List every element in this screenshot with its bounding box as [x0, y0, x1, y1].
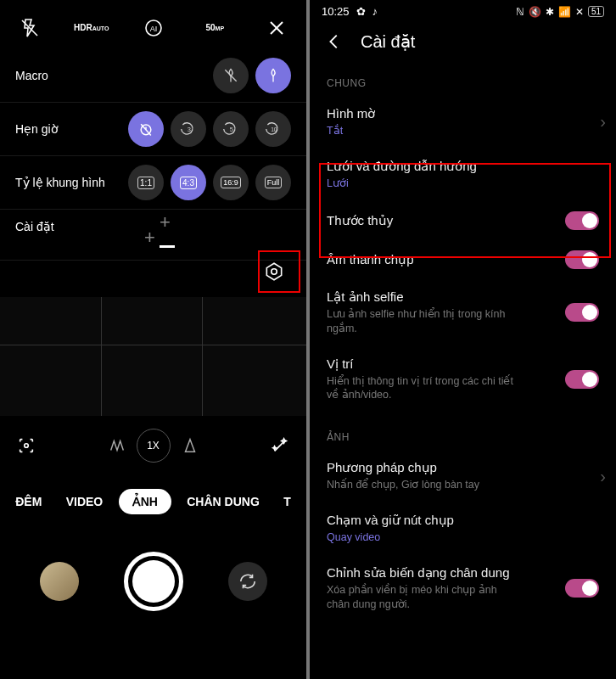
item-mirror[interactable]: Lật ảnh selfie Lưu ảnh selfie như hiển t… [310, 279, 616, 346]
aspect-16-9[interactable]: 16:9 [213, 165, 249, 200]
section-general: CHUNG [310, 67, 616, 96]
chevron-right-icon: › [600, 112, 606, 132]
ai-icon[interactable]: AI [141, 15, 166, 41]
item-location[interactable]: Vị trí Hiển thị thông tin vị trí trong c… [310, 346, 616, 413]
svg-text:3: 3 [188, 126, 191, 133]
aspect-full[interactable]: Full [255, 165, 291, 200]
hdr-auto-icon[interactable]: HDRAUTO [79, 15, 104, 41]
wifi-icon: 📶 [558, 6, 571, 18]
item-portrait-fix[interactable]: Chỉnh sửa biến dạng chân dung Xóa phần v… [310, 555, 616, 622]
item-level[interactable]: Thước thủy [310, 201, 616, 240]
toggle-location[interactable] [565, 370, 599, 389]
timer-off[interactable] [128, 111, 164, 147]
aspect-4-3[interactable]: 4:3 [171, 165, 206, 200]
switch-camera-button[interactable] [228, 562, 267, 601]
shutter-button[interactable] [124, 552, 183, 611]
zoom-tele-icon[interactable] [181, 436, 199, 455]
timer-10[interactable]: 10 [255, 111, 291, 147]
row-macro: Macro [0, 49, 306, 103]
toggle-mirror[interactable] [565, 303, 599, 322]
zoom-wide-icon[interactable] [108, 436, 126, 455]
tiktok-icon: ♪ [372, 5, 378, 18]
chevron-right-icon: › [600, 467, 606, 486]
svg-point-12 [272, 269, 277, 275]
resolution-icon[interactable]: 50MP [202, 15, 227, 41]
gear-mini-icon: ✿ [356, 5, 366, 18]
clock: 10:25 [322, 5, 350, 18]
flash-off-icon[interactable] [17, 15, 42, 41]
item-grid[interactable]: Lưới và đường dẫn hướng Lưới [310, 149, 616, 201]
item-hold-shutter[interactable]: Chạm và giữ nút chụp Quay video [310, 502, 616, 555]
settings-header: Cài đặt [310, 20, 616, 67]
row-settings: Cài đặt ++ [0, 210, 306, 261]
aspect-1-1[interactable]: 1:1 [128, 165, 164, 200]
last-photo-thumbnail[interactable] [40, 562, 79, 601]
aspect-label: Tỷ lệ khung hình [15, 176, 128, 189]
shutter-row [0, 535, 306, 628]
settings-gear-icon[interactable] [257, 255, 291, 289]
mode-video[interactable]: VIDEO [58, 488, 112, 515]
toggle-level[interactable] [565, 211, 599, 230]
item-capture-method[interactable]: Phương pháp chụp Nhấn để chụp, Giơ lòng … [310, 450, 616, 502]
macro-off[interactable] [213, 58, 249, 93]
toggle-shutter-sound[interactable] [565, 250, 599, 269]
mode-selector[interactable]: ĐÊM VIDEO ẢNH CHÂN DUNG T [0, 488, 306, 515]
row-timer: Hẹn giờ 3 5 10 [0, 103, 306, 156]
svg-marker-11 [266, 263, 281, 280]
svg-text:AI: AI [149, 25, 157, 33]
macro-on[interactable] [255, 58, 291, 93]
svg-text:10: 10 [271, 126, 277, 132]
mode-portrait[interactable]: CHÂN DUNG [178, 488, 268, 515]
timer-3[interactable]: 3 [171, 111, 206, 147]
back-arrow-icon[interactable] [325, 32, 344, 51]
camera-top-bar: HDRAUTO AI 50MP [0, 0, 306, 49]
timer-label: Hẹn giờ [15, 122, 128, 136]
close-panel-icon[interactable] [264, 15, 289, 41]
mode-night[interactable]: ĐÊM [7, 488, 50, 515]
timer-5[interactable]: 5 [213, 111, 249, 147]
settings-title: Cài đặt [361, 31, 415, 52]
macro-label: Macro [15, 69, 213, 82]
focus-indicator: ++ [144, 211, 187, 254]
section-image: ẢNH [310, 421, 616, 450]
nfc-icon: ℕ [516, 6, 524, 18]
item-watermark[interactable]: Hình mờ Tắt › [310, 96, 616, 149]
signal-icon: ✕ [575, 6, 584, 18]
zoom-1x-button[interactable]: 1X [137, 429, 171, 463]
svg-text:5: 5 [230, 126, 233, 133]
status-bar: 10:25 ✿ ♪ ℕ 🔇 ✱ 📶 ✕ 51 [310, 0, 616, 20]
svg-point-13 [25, 444, 29, 448]
mode-photo[interactable]: ẢNH [119, 489, 171, 514]
google-lens-icon[interactable] [17, 436, 36, 455]
mode-more[interactable]: T [275, 488, 300, 515]
viewfinder[interactable] [0, 297, 306, 416]
row-aspect: Tỷ lệ khung hình 1:1 4:3 16:9 Full [0, 156, 306, 210]
settings-app: 10:25 ✿ ♪ ℕ 🔇 ✱ 📶 ✕ 51 Cài đặt CHUNG Hìn… [310, 0, 616, 679]
mute-icon: 🔇 [529, 6, 541, 18]
battery-icon: 51 [588, 6, 604, 17]
item-shutter-sound[interactable]: Âm thanh chụp [310, 240, 616, 279]
filters-wand-icon[interactable] [271, 436, 289, 455]
camera-app: HDRAUTO AI 50MP Macro Hẹn giờ 3 [0, 0, 306, 679]
toggle-portrait-fix[interactable] [565, 579, 599, 598]
bluetooth-icon: ✱ [546, 6, 554, 18]
zoom-row: 1X [0, 429, 306, 463]
